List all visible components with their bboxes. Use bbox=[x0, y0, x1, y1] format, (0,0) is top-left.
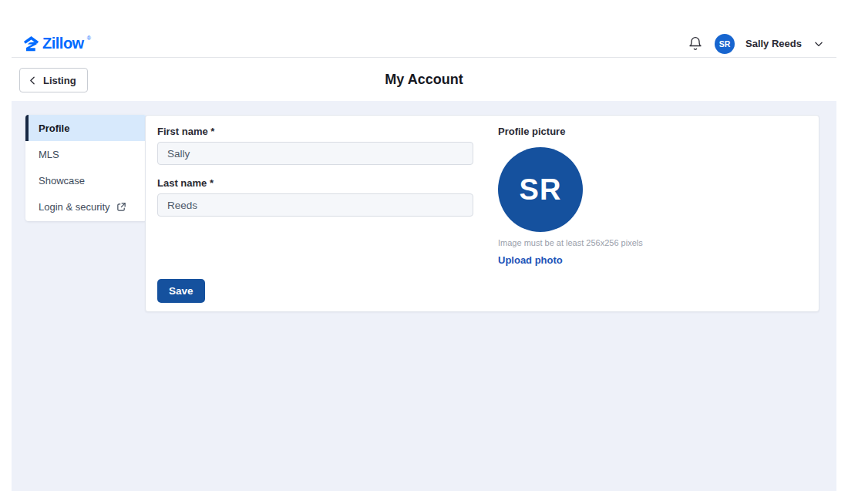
sidebar-item-mls[interactable]: MLS bbox=[25, 141, 146, 167]
zillow-logo-text: Zillow bbox=[42, 35, 84, 51]
zillow-house-icon bbox=[23, 35, 39, 52]
header-user-area: SR Sally Reeds bbox=[687, 34, 825, 54]
external-link-icon bbox=[116, 202, 126, 212]
last-name-input[interactable] bbox=[157, 193, 473, 217]
notifications-bell-icon[interactable] bbox=[687, 35, 704, 52]
user-avatar[interactable]: SR bbox=[715, 34, 735, 54]
last-name-label: Last name * bbox=[157, 177, 473, 189]
sidebar-item-label: Login & security bbox=[39, 201, 110, 213]
sidebar-item-showcase[interactable]: Showcase bbox=[25, 167, 146, 193]
account-menu-chevron-down-icon[interactable] bbox=[813, 38, 825, 50]
sidebar-item-login-security[interactable]: Login & security bbox=[25, 193, 146, 220]
name-fields-column: First name * Last name * bbox=[157, 126, 473, 217]
chevron-left-icon bbox=[28, 76, 38, 86]
zillow-trademark: ® bbox=[87, 35, 91, 42]
first-name-label: First name * bbox=[157, 126, 473, 137]
profile-picture-avatar: SR bbox=[498, 147, 583, 232]
sidebar-item-label: MLS bbox=[39, 149, 59, 160]
image-size-hint: Image must be at least 256x256 pixels bbox=[498, 238, 643, 247]
profile-picture-label: Profile picture bbox=[498, 126, 643, 137]
back-to-listing-button[interactable]: Listing bbox=[19, 68, 88, 92]
account-content-section: Profile MLS Showcase Login & security Fi… bbox=[12, 101, 836, 491]
first-name-input[interactable] bbox=[157, 142, 473, 165]
profile-form-card: First name * Last name * Save Profile pi… bbox=[145, 115, 819, 312]
upload-photo-link[interactable]: Upload photo bbox=[498, 254, 643, 266]
profile-picture-column: Profile picture SR Image must be at leas… bbox=[498, 126, 643, 266]
back-button-label: Listing bbox=[43, 75, 76, 86]
top-navigation-bar: Zillow ® SR Sally Reeds bbox=[12, 0, 836, 58]
sidebar-item-label: Profile bbox=[39, 123, 69, 134]
page-header: Listing My Account bbox=[0, 58, 848, 101]
account-sidebar: Profile MLS Showcase Login & security bbox=[25, 115, 146, 221]
zillow-logo[interactable]: Zillow ® bbox=[23, 35, 91, 52]
sidebar-item-profile[interactable]: Profile bbox=[25, 115, 146, 141]
page-title: My Account bbox=[385, 72, 463, 88]
save-button[interactable]: Save bbox=[157, 279, 205, 303]
user-name: Sally Reeds bbox=[745, 38, 802, 49]
sidebar-item-label: Showcase bbox=[39, 175, 85, 186]
